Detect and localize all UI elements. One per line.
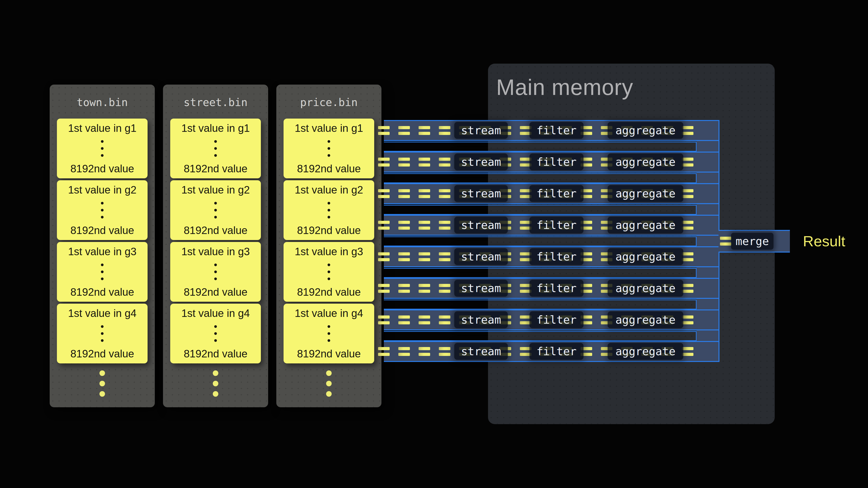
data-flow-dash [418, 126, 430, 135]
value-card: 1st value in g38192nd value [57, 242, 148, 302]
dash-bar [398, 189, 410, 192]
dash-bar [398, 290, 410, 293]
stage-pill-filter: filter [529, 343, 584, 360]
data-flow-dash [398, 316, 410, 324]
data-flow-dash [378, 284, 390, 293]
ellipsis-dot [101, 271, 104, 273]
dash-bar [398, 132, 410, 135]
dash-bar [439, 316, 451, 319]
data-flow-dash [398, 126, 410, 135]
dash-bar [682, 284, 693, 287]
dash-bar [378, 227, 390, 230]
card-ellipsis [328, 325, 330, 342]
card-bottom-label: 8192nd value [57, 224, 148, 237]
data-flow-dash [439, 158, 451, 166]
card-bottom-label: 8192nd value [283, 286, 374, 298]
dash-bar [439, 126, 451, 129]
dash-bar [418, 347, 430, 350]
dash-bar [398, 163, 410, 166]
column-more-ellipsis [213, 370, 218, 397]
dash-bar [682, 163, 693, 166]
dash-bar [418, 189, 430, 192]
dash-bar [682, 132, 693, 135]
dash-bar [682, 158, 693, 161]
ellipsis-dot [214, 140, 217, 143]
data-flow-dash [439, 126, 451, 135]
ellipsis-dot [213, 370, 218, 376]
data-flow-dash [398, 221, 410, 230]
ellipsis-dot [328, 325, 330, 328]
card-ellipsis [101, 140, 104, 157]
ellipsis-dot [214, 339, 217, 342]
value-card: 1st value in g28192nd value [57, 180, 148, 240]
value-card: 1st value in g48192nd value [283, 304, 374, 363]
dash-bar [378, 163, 390, 166]
pipeline-lane: streamfilteraggregate [384, 278, 719, 299]
merge-node: merge [731, 233, 774, 250]
ellipsis-dot [328, 278, 330, 280]
dash-bar [682, 227, 693, 230]
dash-bar [418, 290, 430, 293]
dash-bar [418, 158, 430, 161]
ellipsis-dot [101, 325, 104, 328]
dash-bar [398, 353, 410, 356]
stage-pill-filter: filter [529, 154, 584, 170]
dash-bar [439, 132, 451, 135]
ellipsis-dot [101, 147, 104, 150]
value-card: 1st value in g28192nd value [283, 180, 374, 240]
ellipsis-dot [101, 202, 104, 205]
dash-bar [378, 158, 390, 161]
value-card: 1st value in g38192nd value [283, 242, 374, 302]
dash-bar [378, 347, 390, 350]
ellipsis-dot [214, 278, 217, 280]
data-flow-dash [682, 252, 693, 261]
ellipsis-dot [101, 264, 104, 266]
card-top-label: 1st value in g2 [283, 184, 374, 196]
ellipsis-dot [214, 147, 217, 150]
ellipsis-dot [101, 332, 104, 335]
dash-bar [439, 195, 451, 198]
ellipsis-dot [328, 332, 330, 335]
lane-connector [384, 205, 696, 215]
data-flow-dash [439, 284, 451, 293]
card-top-label: 1st value in g4 [283, 307, 374, 320]
ellipsis-dot [214, 154, 217, 157]
ellipsis-dot [328, 209, 330, 212]
ellipsis-dot [101, 209, 104, 212]
card-bottom-label: 8192nd value [57, 348, 148, 360]
card-bottom-label: 8192nd value [170, 286, 261, 298]
card-bottom-label: 8192nd value [170, 162, 261, 175]
data-flow-dash [682, 189, 693, 198]
dash-bar [439, 258, 451, 261]
card-top-label: 1st value in g2 [57, 184, 148, 196]
card-ellipsis [214, 140, 217, 157]
dash-bar [682, 189, 693, 192]
file-column-street: street.bin1st value in g18192nd value1st… [163, 85, 268, 407]
data-flow-dash [439, 347, 451, 356]
stage-pill-aggregate: aggregate [608, 217, 683, 233]
ellipsis-dot [100, 370, 105, 376]
ellipsis-dot [328, 264, 330, 266]
ellipsis-dot [328, 216, 330, 219]
merge-stub: merge [718, 230, 790, 253]
stage-pill-filter: filter [529, 280, 584, 297]
dash-bar [378, 252, 390, 255]
ellipsis-dot [326, 391, 332, 397]
dash-bar [439, 221, 451, 224]
stage-pill-aggregate: aggregate [608, 248, 683, 265]
data-flow-dash [439, 189, 451, 198]
dash-bar [398, 258, 410, 261]
dash-bar [682, 316, 693, 319]
stage-pill-aggregate: aggregate [608, 154, 683, 170]
dash-bar [439, 284, 451, 287]
dash-bar [378, 321, 390, 324]
dash-bar [439, 227, 451, 230]
data-flow-dash [418, 347, 430, 356]
ellipsis-dot [214, 264, 217, 266]
pipeline-lane: streamfilteraggregate [384, 215, 719, 236]
pipeline-lane: streamfilteraggregate [384, 246, 719, 267]
dash-bar [378, 195, 390, 198]
file-column-town: town.bin1st value in g18192nd value1st v… [50, 85, 155, 407]
data-flow-dash [682, 316, 693, 324]
data-flow-dash [398, 252, 410, 261]
